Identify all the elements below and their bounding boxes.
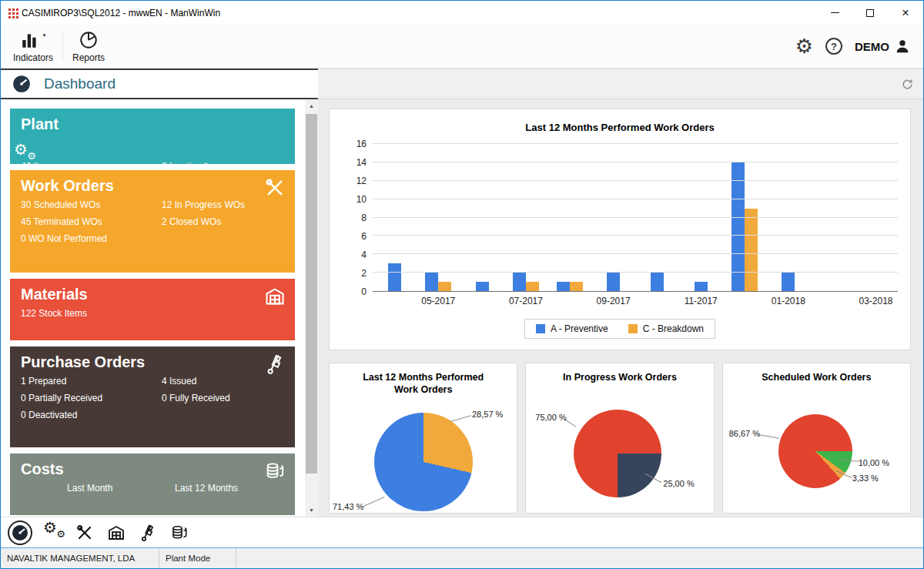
reports-button[interactable]: Reports (65, 25, 112, 68)
pie-label: 3,33 % (852, 474, 879, 483)
pie-charts-row: Last 12 Months Performed Work Orders 28,… (329, 363, 911, 514)
bar-group (591, 144, 635, 291)
refresh-icon[interactable] (901, 78, 914, 91)
nav-dashboard-gauge-icon[interactable] (8, 520, 32, 545)
y-axis-label: 16 (357, 139, 367, 149)
pie-performed-title: Last 12 Months Performed Work Orders (330, 371, 517, 397)
bar (782, 273, 795, 291)
legend-item: A - Preventive (536, 323, 608, 334)
indicators-button[interactable]: ▼ Indicators (5, 25, 61, 68)
gridline (373, 217, 898, 218)
scroll-up-button[interactable]: ▲ (305, 99, 318, 112)
bar-chart-legend: A - PreventiveC - Breakdown (524, 319, 715, 339)
minimize-button[interactable] (817, 1, 852, 25)
help-icon[interactable]: ? (825, 38, 842, 55)
bar-group (810, 144, 854, 291)
bar-group (373, 144, 417, 291)
pie-performed-chart (374, 413, 473, 511)
pie-label: 71,43 % (333, 502, 363, 511)
settings-gear-icon[interactable]: ⚙ (795, 36, 813, 56)
bar (695, 282, 708, 291)
costs-lastmonth-stat: Last Month (67, 483, 175, 494)
close-button[interactable]: × (888, 1, 923, 25)
costs-last12-stat: Last 12 Months (175, 483, 284, 494)
purchase-orders-card-title: Purchase Orders (21, 353, 284, 371)
po-prepared-stat: 1 Prepared (21, 376, 162, 387)
y-axis-label: 10 (357, 194, 367, 205)
status-mode: Plant Mode (159, 548, 236, 568)
leader-line (450, 415, 471, 422)
bar-chart-icon (20, 30, 40, 50)
bar-group (547, 144, 591, 291)
window-title: CASIMIROP3\SQL2012 - mwwEN - ManWinWin (22, 8, 220, 18)
toolbar-right: ⚙ ? DEMO (795, 25, 923, 68)
tools-icon (264, 177, 286, 197)
nav-materials-warehouse-icon[interactable] (105, 522, 127, 544)
nav-purchase-handtruck-icon[interactable] (137, 522, 159, 544)
bar-group (766, 144, 810, 291)
user-label: DEMO (855, 40, 889, 53)
statusbar: NAVALTIK MANAGEMENT, LDA Plant Mode (1, 547, 923, 568)
dashboard-header-right (318, 69, 923, 99)
purchase-orders-card[interactable]: Purchase Orders 1 Prepared 4 Issued 0 Pa… (10, 346, 295, 447)
wo-closed-stat: 2 Closed WOs (162, 216, 284, 227)
pie-label: 10,00 % (859, 458, 889, 467)
maximize-icon (866, 9, 874, 17)
pie-card-scheduled: Scheduled Work Orders 86,67 % 10,00 % 3,… (722, 363, 911, 514)
gridline (373, 272, 898, 273)
bar (570, 282, 583, 291)
bar (526, 282, 539, 291)
scroll-thumb[interactable] (306, 114, 317, 474)
y-axis-label: 14 (357, 157, 367, 168)
nav-workorders-tools-icon[interactable] (74, 522, 95, 544)
indicators-label: Indicators (13, 52, 53, 63)
y-axis-label: 2 (361, 268, 367, 279)
pie-scheduled-title: Scheduled Work Orders (723, 371, 910, 383)
costs-card-title: Costs (21, 460, 284, 478)
x-axis-label: 01-2018 (766, 296, 810, 306)
scroll-track[interactable] (305, 112, 318, 504)
gridline (373, 199, 898, 199)
bar-group (723, 144, 767, 291)
plant-card[interactable]: Plant ⚙⚙ 46 Items 0 Inactive Items (10, 109, 295, 164)
sidebar-scrollbar[interactable]: ▲ ▼ (305, 99, 318, 517)
bar (651, 273, 664, 291)
pie-label: 28,57 % (472, 410, 503, 419)
work-orders-card[interactable]: Work Orders 30 Scheduled WOs 12 In Progr… (10, 170, 295, 273)
handtruck-icon (264, 353, 286, 373)
nav-costs-coins-icon[interactable] (169, 522, 190, 544)
bar-group (504, 144, 547, 291)
x-axis-label (635, 296, 679, 306)
costs-card[interactable]: Costs Last Month Last 12 Months (10, 454, 295, 515)
user-menu[interactable]: DEMO (855, 38, 911, 55)
x-axis-label: 09-2017 (591, 296, 635, 306)
status-company: NAVALTIK MANAGEMENT, LDA (1, 548, 159, 568)
person-icon (894, 38, 911, 55)
nav-plant-gears-icon[interactable]: ⚙⚙ (42, 522, 64, 544)
reports-clock-icon (79, 30, 99, 50)
indicators-dropdown-icon[interactable]: ▼ (42, 33, 47, 38)
bar-chart-bars (373, 144, 898, 291)
po-issued-stat: 4 Issued (162, 376, 284, 387)
pie-label: 86,67 % (729, 429, 760, 438)
y-axis-label: 6 (361, 231, 367, 242)
x-axis-label: 03-2018 (854, 296, 898, 306)
titlebar: CASIMIROP3\SQL2012 - mwwEN - ManWinWin × (1, 1, 923, 25)
bar (425, 273, 438, 291)
sidebar: Plant ⚙⚙ 46 Items 0 Inactive Items Work … (1, 99, 305, 517)
pie-label: 75,00 % (535, 413, 566, 422)
po-deactivated-stat: 0 Deactivated (21, 410, 162, 420)
leader-line (758, 434, 780, 439)
maximize-button[interactable] (852, 1, 888, 25)
po-fully-stat: 0 Fully Received (162, 393, 284, 403)
scroll-down-button[interactable]: ▼ (305, 504, 318, 517)
warehouse-icon (264, 286, 286, 306)
dashboard-header-left: Dashboard (1, 69, 318, 99)
x-axis-label: 11-2017 (679, 296, 723, 306)
x-axis-label: 05-2017 (417, 296, 460, 306)
materials-card[interactable]: Materials 122 Stock Items (10, 279, 295, 340)
materials-stock-stat: 122 Stock Items (21, 308, 162, 319)
bar (438, 282, 451, 291)
y-axis-label: 0 (361, 286, 367, 297)
app-logo-icon (8, 8, 11, 11)
